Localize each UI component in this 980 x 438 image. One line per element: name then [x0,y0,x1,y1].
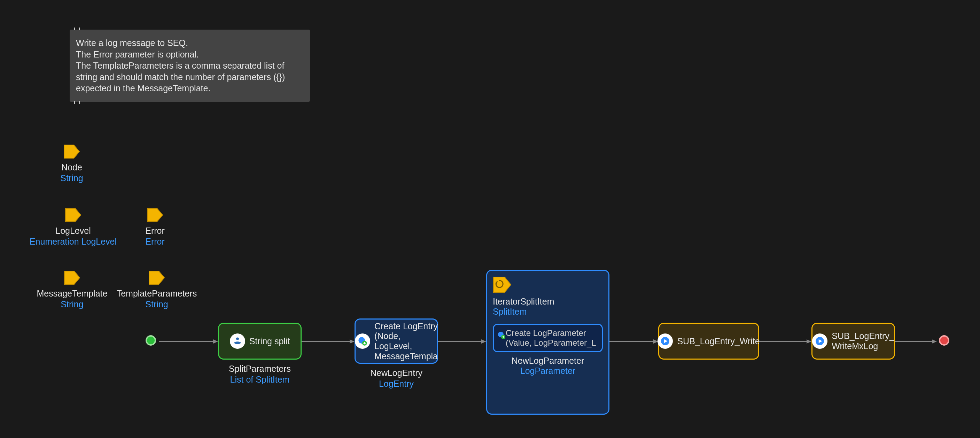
parameter-icon [146,208,163,222]
create-object-icon [497,331,506,345]
param-node[interactable]: Node String [58,144,86,183]
activity-label: String split [249,336,290,346]
activity-create-logparameter[interactable]: Create LogParameter (Value, LogParameter… [493,324,603,352]
param-label: Node [58,162,86,172]
param-type: String [115,299,199,309]
activity-output: NewLogEntry LogEntry [355,368,438,389]
microflow-canvas[interactable]: Write a log message to SEQ. The Error pa… [0,0,980,438]
parameter-icon [64,271,80,285]
param-loglevel[interactable]: LogLevel Enumeration LogLevel [24,208,122,247]
flow-arrow [759,339,811,344]
param-type: String [58,173,86,183]
loop-iterator: IteratorSplitItem SplitItem [493,296,603,317]
flow-arrow [438,339,486,344]
parameter-icon [148,271,165,285]
loop-activity[interactable]: IteratorSplitItem SplitItem Create LogPa… [486,270,609,415]
parameter-icon [64,144,80,159]
activity-label: SUB_LogEntry_ WriteMxLog [832,331,894,351]
microflow-call-sub2[interactable]: SUB_LogEntry_ WriteMxLog [811,323,895,360]
param-type: Enumeration LogLevel [24,237,122,247]
flow-arrow [895,339,937,344]
activity-label: SUB_LogEntry_Write [677,336,760,346]
microflow-call-icon [812,333,827,349]
param-messagetemplate[interactable]: MessageTemplate String [32,271,112,309]
parameter-icon [65,208,81,222]
param-label: LogLevel [24,226,122,236]
param-type: String [32,299,112,309]
param-label: Error [139,226,171,236]
svg-marker-1 [213,339,218,344]
param-templateparameters[interactable]: TemplateParameters String [115,271,199,309]
activity-create-logentry[interactable]: Create LogEntry (Node, LogLevel, Message… [355,319,438,364]
param-error[interactable]: Error Error [139,208,171,247]
svg-marker-16 [807,339,811,344]
flow-arrow [159,339,218,344]
param-label: TemplateParameters [115,288,199,299]
activity-string-split[interactable]: String split [218,323,302,360]
svg-marker-20 [932,339,937,344]
activity-label: Create LogParameter (Value, LogParameter… [506,328,598,348]
annotation-comment[interactable]: Write a log message to SEQ. The Error pa… [70,30,310,102]
param-label: MessageTemplate [32,288,112,299]
svg-marker-3 [350,339,355,344]
flow-arrow [302,339,355,344]
java-action-icon [230,333,245,349]
flow-arrow [609,339,658,344]
param-type: Error [139,237,171,247]
svg-marker-7 [481,339,486,344]
start-event[interactable] [146,335,156,346]
microflow-call-icon [657,333,673,349]
create-object-icon [355,333,370,349]
activity-output: SplitParameters List of SplitItem [218,364,302,385]
loop-icon [493,276,512,293]
microflow-call-sub1[interactable]: SUB_LogEntry_Write [658,323,759,360]
activity-output: NewLogParameter LogParameter [493,356,603,376]
end-event[interactable] [939,335,949,346]
activity-label: Create LogEntry (Node, LogLevel, Message… [374,321,438,362]
